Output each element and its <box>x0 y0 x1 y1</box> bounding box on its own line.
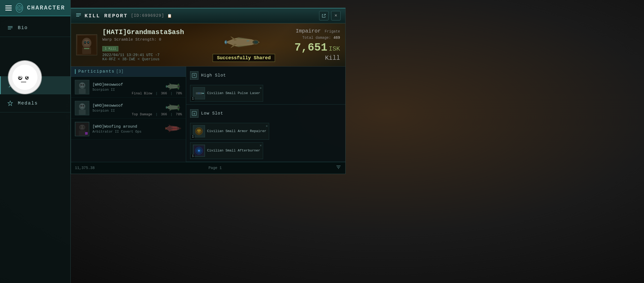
svg-point-81 <box>198 93 199 94</box>
participant-info: [WHO]meowwoof Scorpion II <box>92 104 160 113</box>
close-icon[interactable]: × <box>259 144 262 148</box>
list-item: 1 Civilian Small Afterburner × <box>190 142 263 159</box>
total-damage-label: Total damage: <box>302 36 331 40</box>
svg-point-72 <box>165 127 167 130</box>
list-item: 1 Civilian Small Armor Repairer × <box>190 123 269 140</box>
participant-info: [WHO]Woofing around Arbitrator II Covert… <box>92 124 160 134</box>
svg-point-44 <box>82 84 84 86</box>
item-name: Civilian Small Pulse Laser <box>207 91 260 96</box>
item-name: Civilian Small Armor Repairer <box>207 129 266 134</box>
pilot-info: [HATI]Grandmasta$ash Warp Scramble Stren… <box>102 28 193 61</box>
sidebar-item-medals[interactable]: Medals <box>0 94 70 112</box>
participant-stats: Final Blow | 366 | 78% <box>132 91 182 95</box>
ship-type-name: Impairor <box>296 28 321 34</box>
item-qty: 1 <box>191 135 195 139</box>
bottom-section: Participants [3] <box>71 67 345 162</box>
close-icon[interactable]: × <box>259 86 262 90</box>
svg-point-9 <box>12 65 37 90</box>
kill-result: Kill <box>295 55 340 62</box>
kill-stats: Impairor Frigate Total damage: 469 7,651… <box>295 28 340 62</box>
svg-point-37 <box>225 41 226 43</box>
item-qty: 1 <box>191 154 195 158</box>
svg-point-1 <box>18 7 20 9</box>
participant-avatar <box>75 80 89 94</box>
kill-location: K4-RFZ < 3B-IWE < Querious <box>102 57 193 61</box>
medals-label: Medals <box>18 101 38 106</box>
bio-label: Bio <box>18 25 28 30</box>
isk-line: 7,651 ISK <box>295 42 340 53</box>
panel-title: KILL REPORT <box>85 13 128 19</box>
panel-menu-icon[interactable] <box>76 13 81 19</box>
item-name: Civilian Small Afterburner <box>207 148 260 153</box>
close-panel-button[interactable]: × <box>331 11 341 20</box>
svg-point-12 <box>19 77 21 78</box>
participants-header: Participants [3] <box>71 67 186 77</box>
item-qty: 1 <box>191 97 195 101</box>
hamburger-icon[interactable] <box>5 4 12 12</box>
participant-name: [WHO]meowwoof <box>92 104 160 108</box>
isk-label: ISK <box>329 45 340 52</box>
svg-point-54 <box>80 105 82 107</box>
avatar-face <box>8 61 41 94</box>
item-icon <box>193 145 205 157</box>
avatar <box>8 60 42 94</box>
participants-count: [3] <box>116 69 124 74</box>
svg-point-47 <box>177 86 180 87</box>
panel-id-copy-icon[interactable]: 📋 <box>167 14 172 18</box>
high-slot-icon <box>190 71 198 80</box>
svg-point-92 <box>198 150 200 151</box>
low-slot-items: 1 Civilian Small Armor Repairer × <box>190 123 341 159</box>
table-row[interactable]: [WHO]Woofing around Arbitrator II Covert… <box>71 119 186 140</box>
table-row[interactable]: [WHO]meowwoof Scorpion II <box>71 98 186 119</box>
high-slot-header: High Slot <box>190 69 341 82</box>
footer-page: Page 1 <box>209 166 222 170</box>
participants-title: Participants <box>78 69 115 74</box>
participant-avatar <box>75 101 89 115</box>
svg-point-43 <box>80 84 82 86</box>
damage-line: Total damage: 469 <box>295 35 340 40</box>
low-slot-title: Low Slot <box>201 111 223 116</box>
close-icon: × <box>335 13 337 18</box>
svg-marker-19 <box>8 101 13 106</box>
footer-value: 11,375.38 <box>75 166 95 170</box>
participant-avatar <box>75 122 89 136</box>
svg-line-23 <box>324 14 325 16</box>
ship-type-line: Impairor Frigate <box>295 28 340 34</box>
shared-badge: Successfully Shared <box>213 54 275 62</box>
sidebar-header: CHARACTER <box>0 0 70 16</box>
panel-header: KILL REPORT [ID:6996929] 📋 × <box>71 8 345 23</box>
export-button[interactable] <box>319 11 329 20</box>
sidebar: CHARACTER Bio <box>0 0 71 283</box>
table-row[interactable]: [WHO]meowwoof Scorpion II <box>71 77 186 98</box>
participant-ship-img <box>164 123 182 136</box>
filter-icon[interactable] <box>336 164 341 172</box>
svg-rect-66 <box>79 130 86 136</box>
participants-panel: Participants [3] <box>71 67 186 162</box>
high-slot-items: 1 Civilian Small Pulse Laser × <box>190 85 341 102</box>
isk-value: 7,651 <box>295 42 327 53</box>
svg-point-35 <box>254 41 258 43</box>
svg-point-48 <box>166 85 167 88</box>
medals-icon <box>7 100 14 107</box>
sidebar-item-bio[interactable]: Bio <box>0 19 70 37</box>
header-bar <box>75 69 76 74</box>
bio-icon <box>7 24 14 31</box>
kill-date: 2022/04/11 13:29:41 UTC -7 <box>102 53 193 57</box>
svg-point-71 <box>179 128 181 129</box>
ship-area: Successfully Shared <box>198 29 289 61</box>
low-slot-section: Low Slot <box>186 105 345 162</box>
participant-ship: Scorpion II <box>92 88 160 92</box>
panel-header-left: KILL REPORT [ID:6996929] 📋 <box>76 13 172 19</box>
svg-rect-45 <box>79 89 86 94</box>
slots-panel: High Slot <box>186 67 345 162</box>
participant-ship: Arbitrator II Covert Ops <box>92 130 160 134</box>
svg-point-29 <box>85 42 86 43</box>
close-icon[interactable]: × <box>266 124 268 128</box>
svg-point-87 <box>198 131 200 133</box>
svg-point-30 <box>88 42 89 43</box>
ship-class: Frigate <box>325 29 340 34</box>
low-slot-icon <box>190 109 198 118</box>
pilot-avatar <box>76 34 97 55</box>
participant-ship: Scorpion II <box>92 109 160 113</box>
list-item: 1 Civilian Small Pulse Laser × <box>190 85 263 102</box>
